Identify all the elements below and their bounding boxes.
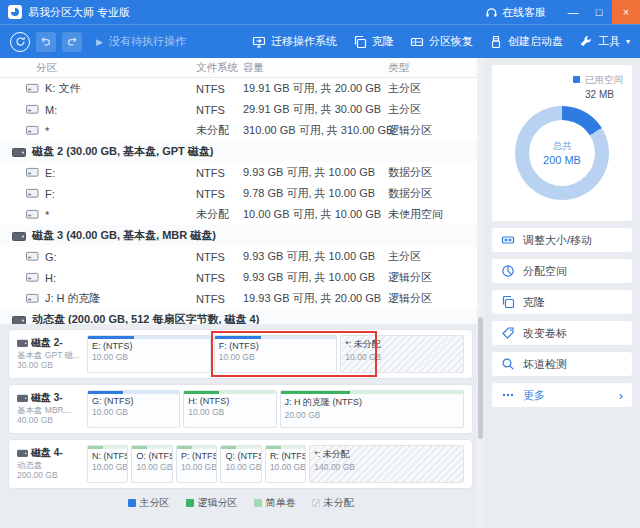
type-value: 主分区 [388, 81, 484, 96]
toolbar-right: 迁移操作系统 克隆 分区恢复 创建启动盘 [252, 34, 630, 49]
legend-item: 未分配 [312, 496, 354, 510]
segment-label: O: (NTFS) [132, 449, 171, 461]
segment-size: 10.00 GB [132, 461, 171, 472]
redo-icon [66, 33, 78, 51]
col-header-type: 类型 [388, 61, 484, 75]
toolbar-action-bootable-disk[interactable]: 创建启动盘 [489, 34, 563, 49]
minimize-icon: — [568, 6, 579, 18]
partition-name: K: 文件 [45, 81, 80, 96]
undo-button[interactable] [36, 32, 56, 52]
toolbar-action-migrate-os[interactable]: 迁移操作系统 [252, 34, 337, 49]
disk-segments: E: (NTFS) 10.00 GB F: (NTFS) 10.00 GB *:… [87, 335, 464, 373]
close-button[interactable]: × [612, 0, 640, 24]
action-more[interactable]: 更多 › [491, 382, 633, 408]
table-row[interactable]: J: H 的克隆 NTFS 19.93 GB 可用, 共 20.00 GB 逻辑… [0, 288, 484, 309]
disk-info[interactable]: 磁盘 3- 基本盘 MBR... 40.00 GB [17, 390, 79, 428]
toolbar-action-partition-recovery[interactable]: 分区恢复 [410, 34, 473, 49]
partition-segment-o[interactable]: O: (NTFS) 10.00 GB [131, 445, 172, 483]
filesystem-value: NTFS [196, 104, 243, 116]
table-row[interactable]: * 未分配 310.00 GB 可用, 共 310.00 GB 逻辑分区 [0, 120, 484, 141]
toolbar-action-tools[interactable]: 工具 ▾ [579, 34, 630, 49]
action-allocate-space[interactable]: 分配空间 [491, 258, 633, 284]
filesystem-value: NTFS [196, 293, 243, 305]
segment-size: 140.00 GB [310, 461, 463, 472]
maximize-icon: □ [596, 6, 603, 18]
segment-label: G: (NTFS) [88, 394, 179, 406]
disk-icon [12, 146, 26, 158]
refresh-button[interactable] [10, 32, 30, 52]
segment-size: 10.00 GB [215, 351, 337, 362]
minimize-button[interactable]: — [560, 0, 586, 24]
filesystem-value: NTFS [196, 167, 243, 179]
segment-label: P: (NTFS) [177, 449, 216, 461]
partition-segment-f[interactable]: F: (NTFS) 10.00 GB [214, 335, 338, 373]
toolbar-action-label: 工具 [598, 34, 620, 49]
segment-label: R: (NTFS) [266, 449, 305, 461]
segment-size: 10.00 GB [341, 351, 463, 362]
action-clone[interactable]: 克隆 [491, 289, 633, 315]
partition-segment-n[interactable]: N: (NTFS) 10.00 GB [87, 445, 128, 483]
left-panel: 分区 文件系统 容量 类型 K: 文件 NTFS 19.91 GB 可用, 共 … [0, 58, 484, 528]
table-row[interactable]: K: 文件 NTFS 19.91 GB 可用, 共 20.00 GB 主分区 [0, 78, 484, 99]
segment-size: 10.00 GB [184, 406, 275, 417]
pending-operations[interactable]: ▶ 没有待执行操作 [96, 34, 186, 49]
partition-segment-g[interactable]: G: (NTFS) 10.00 GB [87, 390, 180, 428]
capacity-value: 9.93 GB 可用, 共 10.00 GB [243, 270, 388, 285]
disk-info[interactable]: 磁盘 4- 动态盘 200.00 GB [17, 445, 79, 483]
disk-size: 40.00 GB [17, 415, 79, 426]
chevron-right-icon: › [619, 389, 623, 402]
toolbar-action-clone[interactable]: 克隆 [353, 34, 394, 49]
partition-type-legend: 主分区 逻辑分区 简单卷 未分配 [8, 494, 473, 512]
table-row[interactable]: H: NTFS 9.93 GB 可用, 共 10.00 GB 逻辑分区 [0, 267, 484, 288]
scrollbar-thumb[interactable] [478, 317, 483, 439]
segment-label: E: (NTFS) [88, 339, 210, 351]
action-label: 分配空间 [523, 264, 567, 279]
right-panel: 已用空间 32 MB 总共 200 MB 调整大小/移动 [484, 58, 640, 528]
online-support-label: 在线客服 [502, 5, 546, 20]
titlebar-right: 在线客服 — □ × [485, 0, 640, 24]
disk-info[interactable]: 磁盘 2- 基本盘 GPT 磁... 30.00 GB [17, 335, 79, 373]
bootable-disk-icon [489, 35, 503, 49]
capacity-value: 9.93 GB 可用, 共 10.00 GB [243, 165, 388, 180]
partition-icon [26, 125, 39, 136]
action-surface-test[interactable]: 坏道检测 [491, 351, 633, 377]
partition-segment-unallocated[interactable]: *: 未分配 10.00 GB [340, 335, 464, 373]
partition-name: E: [45, 167, 55, 179]
disk-group-row[interactable]: 动态盘 (200.00 GB, 512 每扇区字节数, 磁盘 4) [0, 309, 484, 324]
titlebar-left: 易我分区大师 专业版 [8, 5, 130, 20]
partition-name: H: [45, 272, 56, 284]
close-icon: × [623, 6, 629, 18]
partition-icon [26, 188, 39, 199]
segment-label: J: H 的克隆 (NTFS) [281, 394, 464, 409]
unallocated-swatch-icon [312, 499, 320, 507]
table-row[interactable]: M: NTFS 29.91 GB 可用, 共 30.00 GB 主分区 [0, 99, 484, 120]
table-row[interactable]: F: NTFS 9.78 GB 可用, 共 10.00 GB 数据分区 [0, 183, 484, 204]
logical-swatch-icon [186, 499, 194, 507]
partition-segment-q[interactable]: Q: (NTFS) 10.00 GB [220, 445, 261, 483]
table-row[interactable]: E: NTFS 9.93 GB 可用, 共 10.00 GB 数据分区 [0, 162, 484, 183]
scrollbar[interactable] [477, 58, 484, 528]
online-support-button[interactable]: 在线客服 [485, 5, 546, 20]
partition-name: J: H 的克隆 [45, 291, 101, 306]
maximize-button[interactable]: □ [586, 0, 612, 24]
partition-segment-p[interactable]: P: (NTFS) 10.00 GB [176, 445, 217, 483]
redo-button[interactable] [62, 32, 82, 52]
type-value: 未使用空间 [388, 207, 484, 222]
type-value: 逻辑分区 [388, 291, 484, 306]
capacity-value: 9.93 GB 可用, 共 10.00 GB [243, 249, 388, 264]
action-resize-move[interactable]: 调整大小/移动 [491, 227, 633, 253]
disk-group-row[interactable]: 磁盘 2 (30.00 GB, 基本盘, GPT 磁盘) [0, 141, 484, 162]
partition-segment-e[interactable]: E: (NTFS) 10.00 GB [87, 335, 211, 373]
partition-segment-r[interactable]: R: (NTFS) 10.00 GB [265, 445, 306, 483]
disk-kind: 动态盘 [17, 460, 79, 471]
action-change-label[interactable]: 改变卷标 [491, 320, 633, 346]
table-row[interactable]: G: NTFS 9.93 GB 可用, 共 10.00 GB 主分区 [0, 246, 484, 267]
partition-segment-j[interactable]: J: H 的克隆 (NTFS) 20.00 GB [280, 390, 465, 428]
total-value: 200 MB [543, 154, 581, 166]
capacity-value: 19.91 GB 可用, 共 20.00 GB [243, 81, 388, 96]
legend-label: 未分配 [324, 496, 354, 510]
disk-group-row[interactable]: 磁盘 3 (40.00 GB, 基本盘, MBR 磁盘) [0, 225, 484, 246]
table-row[interactable]: * 未分配 10.00 GB 可用, 共 10.00 GB 未使用空间 [0, 204, 484, 225]
partition-segment-unallocated[interactable]: *: 未分配 140.00 GB [309, 445, 464, 483]
partition-segment-h[interactable]: H: (NTFS) 10.00 GB [183, 390, 276, 428]
